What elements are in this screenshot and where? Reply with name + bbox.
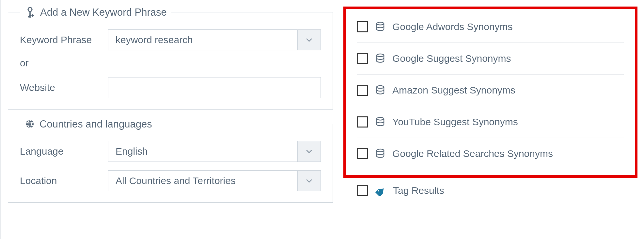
website-label: Website xyxy=(20,82,108,93)
tag-icon xyxy=(375,185,386,196)
database-icon xyxy=(375,85,385,95)
keyword-phrase-value: keyword research xyxy=(108,30,298,50)
keyword-phrase-panel: Add a New Keyword Phrase Keyword Phrase … xyxy=(8,7,333,110)
language-combo[interactable]: English xyxy=(108,141,321,162)
synonym-option-google-suggest[interactable]: Google Suggest Synonyms xyxy=(357,43,624,75)
language-dropdown-button[interactable] xyxy=(298,141,321,162)
checkbox-youtube-suggest[interactable] xyxy=(357,116,368,128)
svg-point-13 xyxy=(378,190,379,192)
location-label: Location xyxy=(20,175,108,186)
keyword-phrase-label: Keyword Phrase xyxy=(20,34,108,45)
synonym-option-youtube-suggest[interactable]: YouTube Suggest Synonyms xyxy=(357,106,624,138)
synonym-option-google-adwords[interactable]: Google Adwords Synonyms xyxy=(357,11,624,43)
checkbox-google-adwords[interactable] xyxy=(357,21,368,32)
synonym-option-label: Google Adwords Synonyms xyxy=(392,21,513,32)
keyword-phrase-dropdown-button[interactable] xyxy=(298,30,321,50)
svg-point-10 xyxy=(377,86,384,88)
key-plus-icon xyxy=(24,7,36,18)
svg-point-12 xyxy=(377,149,384,152)
synonym-option-label: Google Related Searches Synonyms xyxy=(392,148,553,159)
synonym-option-google-related[interactable]: Google Related Searches Synonyms xyxy=(357,138,624,169)
website-input[interactable] xyxy=(108,77,321,98)
database-icon xyxy=(375,148,385,159)
location-combo[interactable]: All Countries and Territories xyxy=(108,170,321,191)
svg-line-1 xyxy=(27,11,33,17)
website-input-wrapper xyxy=(108,77,321,98)
synonym-option-amazon-suggest[interactable]: Amazon Suggest Synonyms xyxy=(357,75,624,106)
locale-panel-legend: Countries and languages xyxy=(39,119,152,129)
locale-panel: Countries and languages Language English… xyxy=(8,119,333,203)
checkbox-google-related[interactable] xyxy=(357,148,368,159)
chevron-down-icon xyxy=(305,147,313,155)
location-dropdown-button[interactable] xyxy=(298,171,321,191)
checkbox-google-suggest[interactable] xyxy=(357,53,368,64)
database-icon xyxy=(375,53,385,64)
svg-point-11 xyxy=(377,117,384,120)
chevron-down-icon xyxy=(305,177,313,185)
chevron-down-icon xyxy=(305,36,313,44)
checkbox-tag-results[interactable] xyxy=(357,185,368,196)
location-value: All Countries and Territories xyxy=(108,171,298,191)
synonym-sources-highlight: Google Adwords Synonyms Google Suggest S… xyxy=(343,7,637,178)
svg-point-9 xyxy=(377,54,384,57)
synonym-option-label: YouTube Suggest Synonyms xyxy=(392,116,518,128)
synonym-option-label: Amazon Suggest Synonyms xyxy=(392,85,515,96)
database-icon xyxy=(375,117,385,127)
language-value: English xyxy=(108,141,298,162)
or-separator: or xyxy=(20,58,321,69)
tag-results-option[interactable]: Tag Results xyxy=(343,179,637,202)
tag-results-label: Tag Results xyxy=(393,185,444,196)
keyword-panel-legend: Add a New Keyword Phrase xyxy=(40,7,167,17)
checkbox-amazon-suggest[interactable] xyxy=(357,85,368,96)
globe-icon xyxy=(24,119,35,129)
database-icon xyxy=(375,22,385,32)
synonym-option-label: Google Suggest Synonyms xyxy=(392,53,511,64)
keyword-phrase-combo[interactable]: keyword research xyxy=(108,29,321,50)
language-label: Language xyxy=(20,146,108,157)
svg-point-8 xyxy=(377,22,384,25)
